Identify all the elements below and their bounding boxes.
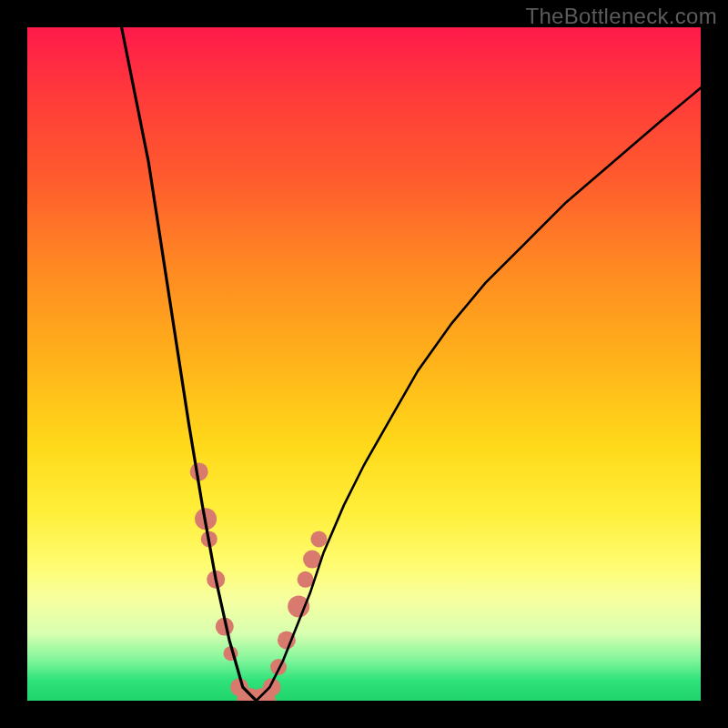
optimal-marker (270, 659, 287, 675)
plot-area (27, 27, 701, 701)
marker-layer (190, 462, 328, 701)
optimal-marker (310, 531, 327, 547)
chart-frame: TheBottleneck.com (0, 0, 728, 728)
right-branch-path (257, 88, 701, 701)
left-branch-path (122, 27, 257, 701)
optimal-marker (288, 595, 309, 617)
bottleneck-curve-svg (27, 27, 701, 701)
optimal-marker (298, 571, 314, 588)
watermark-text: TheBottleneck.com (525, 4, 717, 29)
